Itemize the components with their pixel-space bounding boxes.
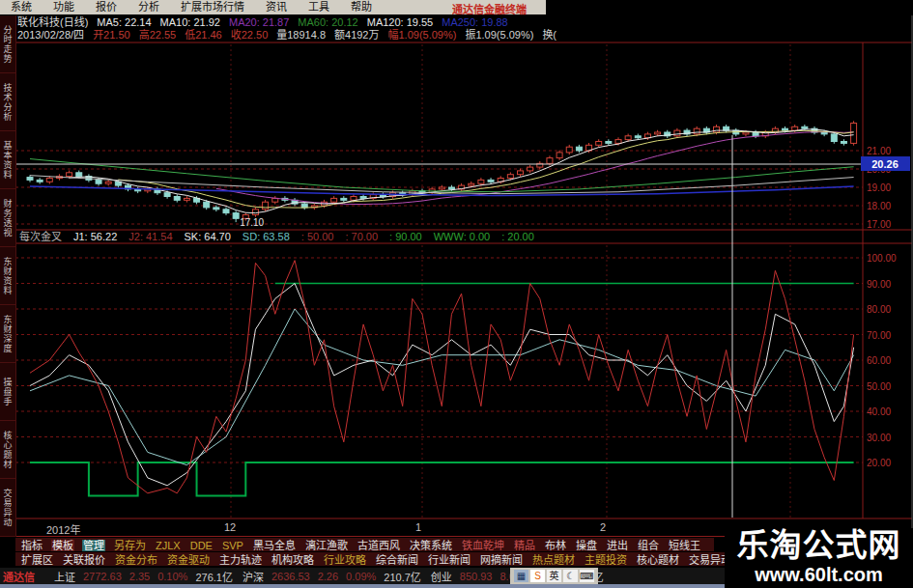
ohlc-info-line: 2013/02/28/四开21.50高22.55低21.46收22.50量189… — [17, 29, 556, 42]
indicator-value: SD: 63.58 — [243, 231, 290, 243]
menu-item-分析[interactable]: 分析 — [128, 0, 170, 14]
svg-text:90.00: 90.00 — [867, 279, 891, 290]
index-label: 上证 — [54, 569, 75, 584]
keyboard-icon[interactable]: ⌨ — [580, 570, 594, 582]
sidebar-item-分时走势[interactable]: 分时走势 — [0, 15, 15, 73]
tab-决策系统[interactable]: 决策系统 — [409, 540, 453, 551]
menu-item-帮助[interactable]: 帮助 — [340, 0, 383, 14]
sidebar-item-东财资料[interactable]: 东财资料 — [0, 247, 15, 305]
tab-铁血乾坤[interactable]: 铁血乾坤 — [461, 540, 505, 551]
index-pct: 0.10% — [157, 571, 187, 582]
ohlc-part: 低21.46 — [185, 29, 222, 42]
tab-指标[interactable]: 指标 — [20, 540, 43, 551]
sidebar-item-操盘手[interactable]: 操盘手 — [0, 363, 15, 421]
tab-资金驱动[interactable]: 资金驱动 — [166, 554, 211, 566]
sidebar-item-财务透视[interactable]: 财务透视 — [0, 189, 15, 247]
tab-模板[interactable]: 模板 — [51, 540, 74, 551]
moon-icon[interactable]: ☾ — [563, 570, 578, 582]
svg-text:60.00: 60.00 — [867, 355, 891, 366]
ohlc-part: 收22.50 — [231, 29, 269, 42]
app-title: 通达信金融终端 — [452, 1, 545, 16]
info-part: MA20: 21.87 — [229, 16, 289, 29]
info-part: MA250: 19.88 — [442, 16, 508, 29]
tab-SVP[interactable]: SVP — [221, 540, 244, 551]
tab-主力轨迹[interactable]: 主力轨迹 — [218, 554, 263, 566]
sidebar-item-核心题材[interactable]: 核心题材 — [0, 421, 15, 479]
tab-行业新闻[interactable]: 行业新闻 — [427, 554, 471, 566]
ohlc-part: 2013/02/28/四 — [17, 29, 84, 42]
svg-text:80.00: 80.00 — [867, 304, 891, 315]
tab-row-indicator: 指标模板管理另存为ZJLXDDESVP黑马全息漓江渔歌古道西风决策系统铁血乾坤精… — [15, 538, 714, 551]
tab-进出[interactable]: 进出 — [606, 540, 629, 551]
svg-text:40.00: 40.00 — [867, 406, 891, 417]
low-price-label: 17.10 — [240, 217, 264, 228]
ohlc-part: 量18914.8 — [276, 29, 326, 42]
tab-热点题材[interactable]: 热点题材 — [531, 554, 576, 566]
time-axis-label: 2012年 — [46, 521, 80, 537]
sidebar-item-技术分析[interactable]: 技术分析 — [0, 73, 15, 131]
info-part: MA10: 21.92 — [160, 16, 220, 29]
tab-资金分布[interactable]: 资金分布 — [114, 554, 158, 566]
tab-黑马全息[interactable]: 黑马全息 — [252, 540, 297, 551]
time-axis-label: 1 — [415, 521, 421, 533]
tab-布林[interactable]: 布林 — [544, 540, 567, 551]
monitor-icon[interactable]: ▦ — [514, 570, 528, 582]
index-value: 850.93 — [460, 571, 493, 582]
tab-DDE[interactable]: DDE — [189, 540, 214, 551]
crosshair-price-label: 20.26 — [871, 158, 899, 170]
svg-text:21.00: 21.00 — [867, 146, 891, 156]
tab-另存为[interactable]: 另存为 — [113, 540, 147, 551]
watermark-url: www.60lt.com — [725, 563, 913, 586]
menu-item-扩展市场行情[interactable]: 扩展市场行情 — [170, 0, 255, 14]
menu-item-报价[interactable]: 报价 — [85, 0, 128, 14]
tab-精品[interactable]: 精品 — [513, 540, 536, 551]
watermark: 乐淘公式网 www.60lt.com — [725, 528, 913, 588]
lang-en-icon[interactable]: 英 — [547, 570, 561, 582]
tab-扩展区[interactable]: 扩展区 — [20, 554, 54, 566]
menu-items: 系统功能报价分析扩展市场行情资讯工具帮助 — [0, 0, 383, 14]
tab-古道西风[interactable]: 古道西风 — [357, 540, 401, 551]
sogou-icon[interactable]: S — [530, 570, 545, 582]
ohlc-part: 幅1.09(5.09%) — [388, 29, 457, 42]
tab-管理[interactable]: 管理 — [82, 540, 105, 551]
indicator-value: : 50.00 — [301, 231, 334, 243]
tab-综合新闻[interactable]: 综合新闻 — [375, 554, 419, 566]
tab-漓江渔歌[interactable]: 漓江渔歌 — [304, 540, 349, 551]
chart-canvas[interactable]: 21.0020.0019.0018.0017.00100.0090.0080.0… — [0, 0, 913, 588]
tab-操盘[interactable]: 操盘 — [575, 540, 598, 551]
tab-主题投资[interactable]: 主题投资 — [584, 554, 628, 566]
menu-item-功能[interactable]: 功能 — [43, 0, 85, 14]
svg-text:50.00: 50.00 — [867, 381, 891, 392]
tab-row-extension: 扩展区关联报价资金分布资金驱动主力轨迹机构攻略行业攻略综合新闻行业新闻网摘新闻热… — [15, 552, 797, 566]
index-amount: 276.1亿 — [195, 569, 233, 584]
tab-关联报价[interactable]: 关联报价 — [62, 554, 106, 566]
indicator-value: SK: 64.70 — [185, 231, 231, 243]
sidebar: 分时走势技术分析基本资料财务透视东财资料东财深度操盘手核心题材交易异动 — [0, 15, 16, 537]
index-value: 2636.53 — [271, 571, 310, 582]
ohlc-part: 振1.09(5.09%) — [465, 29, 533, 42]
info-part: MA5: 22.14 — [97, 16, 151, 29]
time-axis-label: 2 — [600, 521, 606, 533]
tab-核心题材[interactable]: 核心题材 — [636, 554, 680, 566]
menu-item-资讯[interactable]: 资讯 — [255, 0, 298, 14]
tab-短线王[interactable]: 短线王 — [668, 540, 701, 551]
titlebar-blank — [546, 0, 913, 14]
sidebar-item-基本资料[interactable]: 基本资料 — [0, 131, 15, 189]
svg-text:19.00: 19.00 — [867, 182, 891, 193]
menu-item-系统[interactable]: 系统 — [0, 0, 43, 14]
svg-text:20.00: 20.00 — [867, 458, 891, 468]
ohlc-part: 开21.50 — [93, 29, 130, 42]
tab-组合[interactable]: 组合 — [637, 540, 660, 551]
menu-item-工具[interactable]: 工具 — [298, 0, 340, 14]
svg-text:30.00: 30.00 — [867, 433, 891, 443]
info-part: 联化科技(日线) — [17, 16, 88, 29]
info-part: MA120: 19.55 — [367, 16, 434, 29]
sidebar-item-东财深度[interactable]: 东财深度 — [0, 305, 15, 363]
tab-网摘新闻[interactable]: 网摘新闻 — [479, 554, 524, 566]
indicator-value: 每次金叉 — [19, 231, 62, 243]
tab-机构攻略[interactable]: 机构攻略 — [271, 554, 315, 566]
tab-行业攻略[interactable]: 行业攻略 — [323, 554, 367, 566]
tab-ZJLX[interactable]: ZJLX — [155, 540, 182, 551]
index-change: 2.35 — [129, 571, 150, 582]
sidebar-item-交易异动[interactable]: 交易异动 — [0, 479, 15, 537]
